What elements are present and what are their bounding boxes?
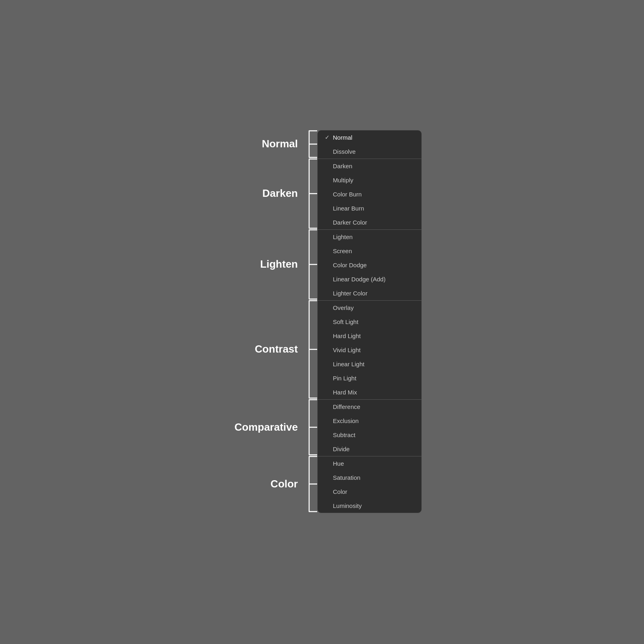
blend-item-overlay[interactable]: Overlay (318, 301, 421, 315)
section-lighten: LightenScreenColor DodgeLinear Dodge (Ad… (318, 229, 421, 300)
blend-item-linear-burn[interactable]: Linear Burn (318, 201, 421, 215)
group-label-normal: Normal (222, 138, 303, 150)
blend-item-hard-light[interactable]: Hard Light (318, 329, 421, 343)
blend-mode-dropdown[interactable]: ✓NormalDissolveDarkenMultiplyColor BurnL… (317, 130, 422, 513)
group-label-lighten: Lighten (222, 258, 303, 270)
group-label-contrast: Contrast (222, 343, 303, 355)
section-color: HueSaturationColorLuminosity (318, 456, 421, 513)
blend-mode-selector: NormalDarkenLightenContrastComparativeCo… (222, 130, 422, 514)
group-row-comparative: Comparative (222, 399, 317, 456)
bracket-lighten (303, 229, 317, 300)
blend-item-lighten[interactable]: Lighten (318, 230, 421, 244)
blend-item-screen[interactable]: Screen (318, 244, 421, 258)
blend-item-hard-mix[interactable]: Hard Mix (318, 385, 421, 399)
group-labels: NormalDarkenLightenContrastComparativeCo… (222, 130, 317, 514)
blend-item-linear-light[interactable]: Linear Light (318, 357, 421, 371)
blend-item-difference[interactable]: Difference (318, 400, 421, 414)
blend-item-darken[interactable]: Darken (318, 159, 421, 173)
group-label-darken: Darken (222, 187, 303, 200)
section-darken: DarkenMultiplyColor BurnLinear BurnDarke… (318, 159, 421, 229)
blend-item-divide[interactable]: Divide (318, 442, 421, 456)
bracket-darken (303, 158, 317, 229)
blend-item-color-burn[interactable]: Color Burn (318, 187, 421, 201)
section-normal: ✓NormalDissolve (318, 130, 421, 159)
section-comparative: DifferenceExclusionSubtractDivide (318, 399, 421, 456)
blend-item-multiply[interactable]: Multiply (318, 173, 421, 187)
group-row-darken: Darken (222, 158, 317, 229)
group-label-color: Color (222, 478, 303, 490)
blend-item-dissolve[interactable]: Dissolve (318, 144, 421, 159)
bracket-normal (303, 130, 317, 158)
blend-item-pin-light[interactable]: Pin Light (318, 371, 421, 385)
group-row-contrast: Contrast (222, 300, 317, 399)
blend-item-color[interactable]: Color (318, 485, 421, 499)
group-row-color: Color (222, 456, 317, 512)
blend-item-exclusion[interactable]: Exclusion (318, 414, 421, 428)
blend-item-hue[interactable]: Hue (318, 456, 421, 471)
group-row-lighten: Lighten (222, 229, 317, 300)
bracket-contrast (303, 300, 317, 399)
blend-item-darker-color[interactable]: Darker Color (318, 215, 421, 229)
blend-item-soft-light[interactable]: Soft Light (318, 315, 421, 329)
blend-item-color-dodge[interactable]: Color Dodge (318, 258, 421, 272)
group-label-comparative: Comparative (222, 421, 303, 433)
blend-item-subtract[interactable]: Subtract (318, 428, 421, 442)
blend-item-saturation[interactable]: Saturation (318, 471, 421, 485)
group-row-normal: Normal (222, 130, 317, 158)
section-contrast: OverlaySoft LightHard LightVivid LightLi… (318, 300, 421, 399)
blend-item-linear-dodge-add[interactable]: Linear Dodge (Add) (318, 272, 421, 286)
blend-item-normal[interactable]: ✓Normal (318, 130, 421, 144)
blend-item-vivid-light[interactable]: Vivid Light (318, 343, 421, 357)
bracket-color (303, 456, 317, 512)
blend-item-lighter-color[interactable]: Lighter Color (318, 286, 421, 300)
blend-item-luminosity[interactable]: Luminosity (318, 499, 421, 513)
bracket-comparative (303, 399, 317, 456)
